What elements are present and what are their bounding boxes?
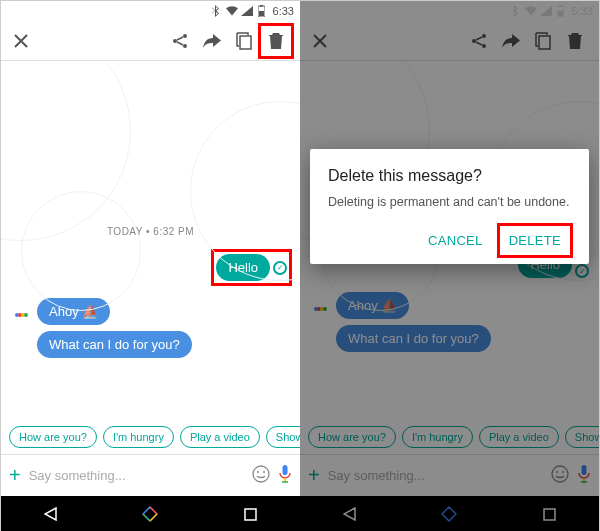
- share-button[interactable]: [164, 25, 196, 57]
- svg-rect-6: [240, 36, 251, 49]
- svg-point-8: [257, 471, 259, 473]
- message-list: TODAY • 6:32 PM Hello ✓ Ahoy ⛵ What can …: [1, 61, 300, 420]
- copy-button[interactable]: [228, 25, 260, 57]
- svg-point-9: [263, 471, 265, 473]
- assistant-message[interactable]: What can I do for you?: [37, 331, 192, 358]
- back-nav-button[interactable]: [41, 504, 61, 524]
- status-bar: 6:33: [1, 1, 300, 21]
- message-input[interactable]: Say something...: [29, 468, 244, 483]
- add-button[interactable]: +: [9, 464, 21, 487]
- svg-point-5: [183, 44, 187, 48]
- suggestion-chip[interactable]: I'm hungry: [103, 426, 174, 448]
- nav-bar: [1, 496, 300, 531]
- chat-screen-left: 6:33 TODAY • 6:32 PM Hello ✓: [1, 1, 300, 531]
- chat-screen-right: 6:33 TODAY • 6:32 PM Hello ✓ Ahoy ⛵: [300, 1, 599, 531]
- dialog-body: Deleting is permanent and can't be undon…: [328, 195, 571, 209]
- composer-bar: + Say something...: [1, 454, 300, 496]
- svg-point-7: [253, 466, 269, 482]
- mic-button[interactable]: [278, 464, 292, 488]
- emoji-button[interactable]: [252, 465, 270, 487]
- recent-nav-button[interactable]: [240, 504, 260, 524]
- wifi-icon: [226, 5, 238, 17]
- action-toolbar: [1, 21, 300, 61]
- suggestion-chip[interactable]: Play a video: [180, 426, 260, 448]
- svg-rect-2: [259, 11, 264, 16]
- cancel-button[interactable]: CANCEL: [418, 225, 493, 256]
- confirm-delete-button[interactable]: DELETE: [499, 225, 571, 256]
- svg-rect-11: [245, 509, 256, 520]
- delete-button[interactable]: [260, 25, 292, 57]
- suggestion-chip[interactable]: How are you?: [9, 426, 97, 448]
- home-nav-button[interactable]: [140, 504, 160, 524]
- delete-dialog: Delete this message? Deleting is permane…: [310, 149, 589, 264]
- suggestion-row: How are you? I'm hungry Play a video Sho…: [1, 420, 300, 454]
- svg-point-4: [173, 39, 177, 43]
- svg-point-3: [183, 34, 187, 38]
- svg-rect-1: [260, 5, 263, 7]
- close-button[interactable]: [9, 29, 33, 53]
- forward-button[interactable]: [196, 25, 228, 57]
- svg-rect-10: [283, 465, 288, 475]
- assistant-avatar-icon: [11, 305, 31, 325]
- battery-icon: [256, 5, 268, 17]
- dialog-title: Delete this message?: [328, 167, 571, 185]
- suggestion-chip[interactable]: Show me m: [266, 426, 300, 448]
- modal-backdrop[interactable]: [300, 1, 599, 531]
- bluetooth-icon: [211, 5, 223, 17]
- clock-text: 6:33: [273, 5, 294, 17]
- signal-icon: [241, 5, 253, 17]
